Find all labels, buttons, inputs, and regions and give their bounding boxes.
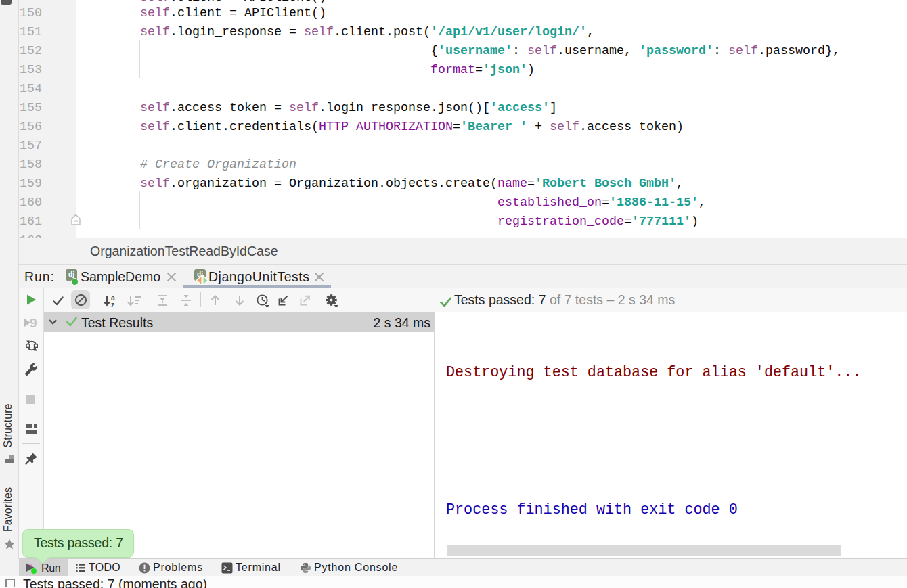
svg-text:9: 9 — [30, 316, 37, 330]
svg-text:z: z — [111, 300, 114, 308]
